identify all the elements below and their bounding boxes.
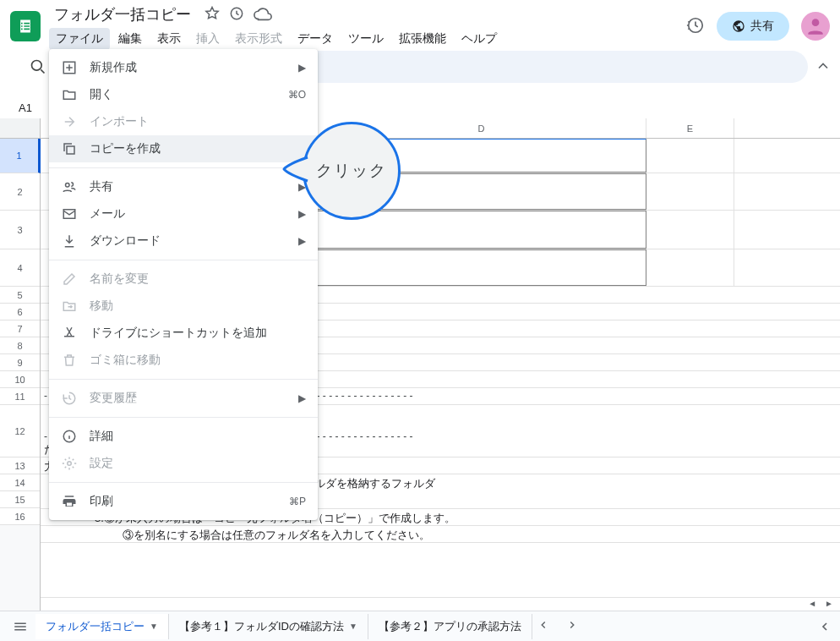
sheet-tab-1[interactable]: フォルダ一括コピー ▼ xyxy=(35,614,169,639)
grid-row: ③を別名にする場合は任意のフォルダ名を入力してください。 xyxy=(41,526,840,543)
input-cell[interactable] xyxy=(317,249,646,286)
menu-print-shortcut: ⌘P xyxy=(289,496,306,507)
gear-icon xyxy=(61,456,78,471)
row-header[interactable]: 7 xyxy=(0,320,40,337)
drive-shortcut-icon xyxy=(61,326,78,341)
all-sheets-button[interactable] xyxy=(5,613,35,640)
row-header[interactable]: 15 xyxy=(0,491,40,508)
row-header[interactable]: 4 xyxy=(0,249,40,287)
submenu-arrow-icon: ▶ xyxy=(298,62,306,74)
scroll-left-icon[interactable]: ◄ xyxy=(805,599,820,608)
trash-icon xyxy=(61,353,78,368)
row-header[interactable]: 1 xyxy=(0,139,41,173)
menu-print[interactable]: 印刷 ⌘P xyxy=(49,488,318,515)
menu-settings: 設定 xyxy=(49,450,318,477)
menu-email-label: メール xyxy=(90,206,286,222)
row-header[interactable]: 5 xyxy=(0,287,40,304)
menu-new-label: 新規作成 xyxy=(90,60,286,75)
cell[interactable] xyxy=(646,173,734,210)
email-icon xyxy=(61,206,78,222)
menu-import-label: インポート xyxy=(90,114,306,129)
submenu-arrow-icon: ▶ xyxy=(298,235,306,247)
tab-next-icon[interactable] xyxy=(566,619,578,633)
move-icon xyxy=(61,299,78,314)
folder-icon xyxy=(61,87,78,102)
menu-rename: 名前を変更 xyxy=(49,266,318,293)
svg-rect-3 xyxy=(67,146,74,154)
tab-caret-icon[interactable]: ▼ xyxy=(150,622,158,631)
menu-trash-label: ゴミ箱に移動 xyxy=(90,353,306,368)
row-headers: 12345678910111213141516 xyxy=(0,118,41,611)
import-icon xyxy=(61,114,78,129)
star-icon[interactable] xyxy=(205,6,220,24)
select-all-corner[interactable] xyxy=(0,118,40,139)
menu-help[interactable]: ヘルプ xyxy=(455,28,504,50)
menu-details[interactable]: 詳細 xyxy=(49,423,318,450)
menu-share[interactable]: 共有 ▶ xyxy=(49,173,318,200)
menu-insert[interactable]: 挿入 xyxy=(189,28,226,50)
menu-email[interactable]: メール ▶ xyxy=(49,200,318,227)
menu-view[interactable]: 表示 xyxy=(150,28,188,50)
doc-title[interactable]: フォルダ一括コピー xyxy=(49,3,196,26)
col-e[interactable]: E xyxy=(646,118,734,138)
row-header[interactable]: 11 xyxy=(0,388,40,405)
menu-add-shortcut-label: ドライブにショートカットを追加 xyxy=(90,326,306,341)
move-to-drive-icon[interactable] xyxy=(228,5,245,25)
row-header[interactable]: 12 xyxy=(0,405,40,457)
info-icon xyxy=(61,429,78,444)
annotation-callout: クリック xyxy=(303,122,401,220)
horizontal-scrollbar[interactable]: ◄ ► xyxy=(41,597,840,609)
new-icon xyxy=(61,60,78,75)
sheets-logo[interactable] xyxy=(10,11,41,41)
menu-move-label: 移動 xyxy=(90,299,306,314)
row-header[interactable]: 16 xyxy=(0,508,40,525)
menubar: ファイル 編集 表示 挿入 表示形式 データ ツール 拡張機能 ヘルプ xyxy=(49,28,686,50)
menu-tools[interactable]: ツール xyxy=(341,28,390,50)
last-edit-icon[interactable] xyxy=(686,16,705,37)
menu-open-shortcut: ⌘O xyxy=(288,89,306,101)
account-avatar[interactable] xyxy=(801,12,830,41)
menu-format[interactable]: 表示形式 xyxy=(228,28,289,50)
menu-edit[interactable]: 編集 xyxy=(112,28,149,50)
cell[interactable] xyxy=(646,139,734,173)
row-header[interactable]: 8 xyxy=(0,337,40,354)
menus-search-icon[interactable] xyxy=(25,54,51,79)
rename-icon xyxy=(61,271,78,287)
menu-version-history-label: 変更履歴 xyxy=(90,391,286,406)
sheet-tab-3-label: 【参考２】アプリの承認方法 xyxy=(379,619,521,634)
row-header[interactable]: 9 xyxy=(0,354,40,371)
menu-add-shortcut[interactable]: ドライブにショートカットを追加 xyxy=(49,320,318,347)
menu-download[interactable]: ダウンロード ▶ xyxy=(49,227,318,255)
explore-icon[interactable] xyxy=(818,620,832,636)
scroll-right-icon[interactable]: ► xyxy=(821,599,837,608)
share-button[interactable]: 共有 xyxy=(717,12,789,41)
cloud-status-icon[interactable] xyxy=(254,4,272,25)
file-menu-dropdown: 新規作成 ▶ 開く ⌘O インポート コピーを作成 共有 ▶ メール ▶ ダウン… xyxy=(49,49,318,520)
menu-data[interactable]: データ xyxy=(291,28,340,50)
menu-file[interactable]: ファイル xyxy=(49,28,110,50)
menu-make-copy[interactable]: コピーを作成 xyxy=(49,135,318,162)
toolbar-collapse-icon[interactable] xyxy=(815,58,832,77)
sheet-tab-3[interactable]: 【参考２】アプリの承認方法 xyxy=(368,614,532,639)
menu-new[interactable]: 新規作成 ▶ xyxy=(49,54,318,81)
tab-prev-icon[interactable] xyxy=(537,619,549,633)
row-header[interactable]: 10 xyxy=(0,371,40,388)
row-header[interactable]: 3 xyxy=(0,211,40,249)
row-header[interactable]: 13 xyxy=(0,457,40,474)
share-label: 共有 xyxy=(750,19,774,34)
row-header[interactable]: 2 xyxy=(0,173,40,211)
cell[interactable] xyxy=(646,249,734,286)
cell[interactable] xyxy=(646,211,734,249)
menu-open-label: 開く xyxy=(90,87,276,102)
sheet-tab-2[interactable]: 【参考１】フォルダIDの確認方法 ▼ xyxy=(169,614,368,639)
menu-extensions[interactable]: 拡張機能 xyxy=(392,28,453,50)
tab-caret-icon[interactable]: ▼ xyxy=(349,622,357,631)
history-icon xyxy=(61,391,78,406)
name-box[interactable]: A1 xyxy=(10,101,41,114)
sheet-tab-1-label: フォルダ一括コピー xyxy=(46,619,145,634)
row-header[interactable]: 14 xyxy=(0,474,40,491)
cell[interactable]: ③を別名にする場合は任意のフォルダ名を入力してください。 xyxy=(41,526,734,542)
menu-open[interactable]: 開く ⌘O xyxy=(49,81,318,108)
menu-make-copy-label: コピーを作成 xyxy=(90,141,306,156)
row-header[interactable]: 6 xyxy=(0,304,40,320)
